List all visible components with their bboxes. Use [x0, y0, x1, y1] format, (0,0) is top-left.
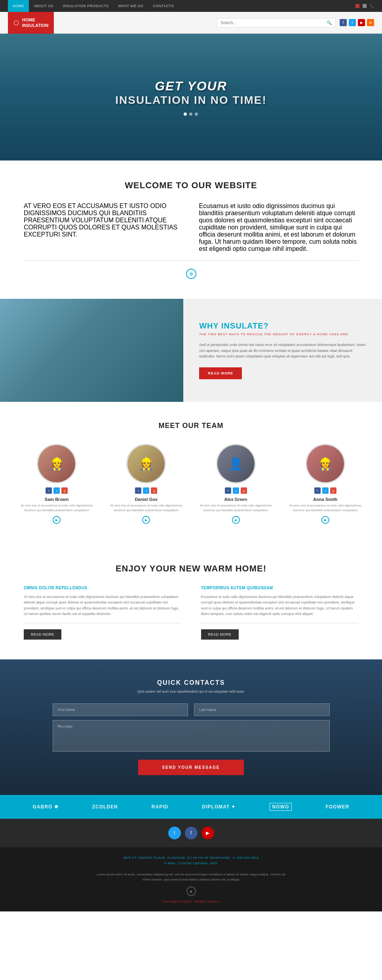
facebook-icon[interactable]: f	[340, 19, 347, 26]
footer-email: CONTACT@EMAIL.ORG	[178, 862, 217, 865]
avatar-image-4: 👷	[307, 445, 344, 482]
nav-social-icon-1	[355, 4, 359, 8]
privacy-link[interactable]: PRIVACY POLICY	[194, 900, 220, 904]
hero-dot-2[interactable]	[189, 113, 192, 116]
team-gp-3[interactable]: g	[241, 487, 247, 494]
warm-col1-btn[interactable]: READ MORE	[24, 629, 61, 640]
warm-col2-btn[interactable]: READ MORE	[201, 629, 239, 640]
team-desc-1: At vero eos et accusamus et iusto odio d…	[16, 503, 97, 513]
copyright-link[interactable]: COPYRIGHT ©2015	[162, 900, 191, 904]
main-nav: HOME ABOUT US INSULATION PRODUCTS WHAT W…	[0, 0, 382, 12]
welcome-text-right: Ecusamus et iusto odio dignissimos ducim…	[199, 202, 359, 252]
team-fb-3[interactable]: f	[225, 487, 231, 494]
team-tw-4[interactable]: t	[322, 487, 329, 494]
why-text: Sed ut perspiciatis unde omnis iste natu…	[199, 342, 366, 359]
contacts-section: QUICK CONTACTS Quis autem vel eum iure r…	[0, 659, 382, 795]
team-play-4[interactable]: ▶	[321, 516, 329, 524]
partner-nowo: NOWO	[270, 803, 292, 811]
footer-facebook-icon[interactable]: f	[185, 827, 198, 839]
partner-diplomat: DIPLOMAT ✦	[202, 804, 236, 810]
nav-about[interactable]: ABOUT US	[29, 0, 58, 12]
twitter-icon[interactable]: t	[349, 19, 356, 26]
warm-title: ENJOY YOUR NEW WARM HOME!	[24, 564, 358, 574]
team-fb-4[interactable]: f	[314, 487, 321, 494]
logo[interactable]: ⬡ HOME INSULATION	[8, 12, 54, 34]
rss-icon[interactable]: ⊕	[367, 19, 374, 26]
team-play-2[interactable]: ▶	[142, 516, 150, 524]
team-name-1: Sam Brown	[16, 497, 97, 502]
site-header: ⬡ HOME INSULATION 🔍 f t ▶ ⊕	[0, 12, 382, 34]
team-play-3[interactable]: ▶	[232, 516, 240, 524]
why-title: WHY INSULATE?	[199, 321, 366, 330]
team-name-3: Alex Green	[195, 497, 277, 502]
team-play-1[interactable]: ▶	[53, 516, 61, 524]
team-tw-1[interactable]: t	[53, 487, 60, 494]
why-image	[0, 299, 183, 402]
submit-btn[interactable]: SEND YOUR MESSAGE	[138, 760, 243, 775]
welcome-more-btn[interactable]: ⊕	[186, 269, 196, 279]
nav-whatwedo[interactable]: WHAT WE DO	[114, 0, 148, 12]
team-tw-3[interactable]: t	[233, 487, 239, 494]
last-name-input[interactable]	[194, 703, 330, 716]
form-name-row	[53, 703, 330, 716]
youtube-icon[interactable]: ▶	[358, 19, 365, 26]
avatar-image-2: 👷	[127, 445, 165, 482]
search-input[interactable]	[220, 21, 327, 25]
header-social-icons: f t ▶ ⊕	[340, 19, 374, 26]
why-read-more-btn[interactable]: READ MORE	[199, 367, 242, 379]
team-social-1: f t g	[16, 487, 97, 494]
nav-products[interactable]: INSULATION PRODUCTS	[58, 0, 114, 12]
footer-youtube-icon[interactable]: ▶	[201, 827, 214, 839]
team-tw-2[interactable]: t	[143, 487, 149, 494]
first-name-input[interactable]	[53, 703, 188, 716]
hero-dots	[115, 113, 267, 116]
nav-links: HOME ABOUT US INSULATION PRODUCTS WHAT W…	[8, 0, 179, 12]
nav-home[interactable]: HOME	[8, 0, 29, 12]
team-fb-2[interactable]: f	[135, 487, 141, 494]
team-member-1: 👷 f t g Sam Brown At vero eos et accusam…	[16, 444, 97, 524]
team-member-4: 👷 f t g Anna Smith At vero eos et accusa…	[285, 444, 366, 524]
partners-section: GABRO ❋ ZCOLDEN RAPID DIPLOMAT ✦ NOWO FO…	[0, 795, 382, 819]
footer-email-label: E-MAIL:	[164, 862, 177, 865]
nav-contacts[interactable]: CONTACTS	[148, 0, 179, 12]
team-avatar-3: 👤	[216, 444, 256, 483]
team-title: MEET OUR TEAM	[16, 422, 366, 430]
hero-section: Get Your INSULATION IN NO TIME!	[0, 34, 382, 160]
avatar-image-3: 👤	[217, 445, 255, 482]
hero-dot-1[interactable]	[184, 113, 187, 116]
team-gp-1[interactable]: g	[61, 487, 68, 494]
partner-gabro: GABRO ❋	[33, 804, 59, 810]
why-section: WHY INSULATE? THE TWO BEST WAYS TO REDUC…	[0, 299, 382, 402]
welcome-col-left: AT VERO EOS ET ACCUSAMUS ET IUSTO ODIO D…	[24, 202, 183, 252]
team-section: MEET OUR TEAM 👷 f t g Sam Brown At vero …	[0, 402, 382, 544]
avatar-image-1: 👷	[38, 445, 75, 482]
footer-twitter-icon[interactable]: t	[168, 827, 181, 839]
team-fb-1[interactable]: f	[46, 487, 52, 494]
warm-col2-heading: TEMPORIBUS AUTEM QUIBUSDAM	[201, 586, 359, 590]
welcome-col-right: Ecusamus et iusto odio dignissimos ducim…	[199, 202, 359, 252]
nav-phone: 📞	[370, 4, 374, 8]
welcome-section: WELCOME TO OUR WEBSITE AT VERO EOS ET AC…	[0, 160, 382, 299]
hero-content: Get Your INSULATION IN NO TIME!	[115, 78, 267, 116]
message-textarea[interactable]	[53, 720, 330, 752]
warm-col-1: OMNIS DOLOR REPELLENDUS At vero eos et a…	[24, 586, 181, 640]
logo-text: HOME INSULATION	[22, 17, 48, 29]
partner-zcolden: ZCOLDEN	[92, 804, 118, 810]
search-icon[interactable]: 🔍	[327, 20, 332, 25]
team-avatar-2: 👷	[126, 444, 166, 483]
team-avatar-4: 👷	[306, 444, 345, 483]
contacts-subtitle: Quis autem vel eum iure reprehenderit qu…	[24, 690, 358, 693]
team-avatar-1: 👷	[37, 444, 76, 483]
team-gp-2[interactable]: g	[151, 487, 157, 494]
warm-col1-text: At vero eos et accusamus et iusto odio d…	[24, 594, 181, 617]
search-bar: 🔍	[217, 18, 336, 27]
team-grid: 👷 f t g Sam Brown At vero eos et accusam…	[16, 444, 366, 524]
warm-col1-heading: OMNIS DOLOR REPELLENDUS	[24, 586, 181, 590]
scroll-top-btn[interactable]: ▲	[186, 886, 196, 896]
team-name-2: Daniel Gox	[105, 497, 187, 502]
team-desc-2: At vero eos et accusamus et iusto odio d…	[105, 503, 187, 513]
team-gp-4[interactable]: g	[330, 487, 336, 494]
site-footer: 3870 ST VINCENT PLACE, GLASGOW, DC 45 FM…	[0, 847, 382, 911]
nav-right-icons: 📞	[355, 4, 374, 8]
hero-dot-3[interactable]	[195, 113, 198, 116]
